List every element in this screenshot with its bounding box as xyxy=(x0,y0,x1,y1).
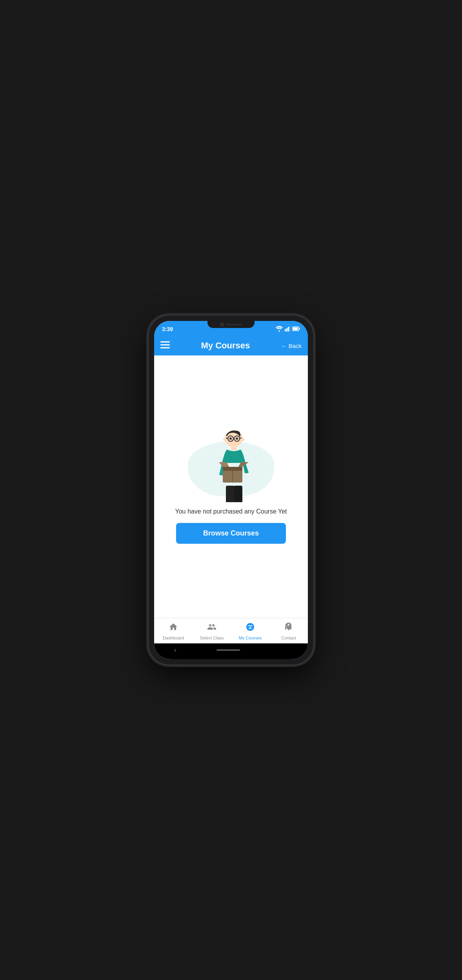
camera-lens xyxy=(220,322,224,326)
dashboard-icon xyxy=(169,622,178,634)
status-time: 3:39 xyxy=(162,326,173,332)
svg-rect-7 xyxy=(293,327,298,330)
page-title: My Courses xyxy=(201,341,250,351)
svg-rect-6 xyxy=(299,328,300,330)
nav-item-dashboard[interactable]: Dashboard xyxy=(154,622,193,640)
back-label: Back xyxy=(289,342,302,349)
gesture-home-bar[interactable] xyxy=(216,649,240,651)
person-illustration xyxy=(206,428,256,502)
camera-bump xyxy=(207,321,255,328)
nav-label-select-class: Select Class xyxy=(200,636,224,640)
svg-rect-2 xyxy=(286,328,287,332)
illustration-container xyxy=(184,430,278,500)
svg-rect-1 xyxy=(285,329,286,332)
gesture-back-icon[interactable]: ‹ xyxy=(174,647,176,654)
nav-label-dashboard: Dashboard xyxy=(163,636,184,640)
back-button[interactable]: ← Back xyxy=(281,342,302,349)
nav-label-contact: Contact xyxy=(281,636,296,640)
bottom-nav: Dashboard Select Class xyxy=(154,618,308,643)
signal-icon xyxy=(285,326,290,333)
browse-courses-button[interactable]: Browse Courses xyxy=(176,523,286,544)
wifi-icon xyxy=(276,326,283,333)
gesture-bar: ‹ xyxy=(154,643,308,659)
main-content: You have not purchased any Course Yet Br… xyxy=(154,355,308,618)
status-icons xyxy=(276,326,300,333)
phone-frame: 3:39 xyxy=(149,315,313,665)
my-courses-icon xyxy=(246,622,255,634)
svg-point-19 xyxy=(223,437,226,441)
svg-rect-25 xyxy=(226,486,235,502)
svg-rect-21 xyxy=(231,446,236,450)
svg-rect-3 xyxy=(288,327,289,332)
back-arrow-icon: ← xyxy=(281,342,287,349)
svg-rect-9 xyxy=(160,344,170,345)
nav-item-select-class[interactable]: Select Class xyxy=(193,622,231,640)
select-class-icon xyxy=(207,622,216,634)
svg-point-0 xyxy=(278,330,280,332)
nav-label-my-courses: My Courses xyxy=(239,636,262,640)
empty-text: You have not purchased any Course Yet xyxy=(175,508,287,515)
svg-rect-4 xyxy=(289,326,290,332)
contact-icon xyxy=(284,622,293,634)
nav-item-my-courses[interactable]: My Courses xyxy=(231,622,269,640)
svg-point-20 xyxy=(241,437,244,441)
svg-rect-26 xyxy=(234,486,242,502)
svg-rect-8 xyxy=(160,341,170,342)
svg-point-18 xyxy=(236,437,238,440)
empty-state: You have not purchased any Course Yet Br… xyxy=(175,430,287,544)
hamburger-menu-icon[interactable] xyxy=(160,341,170,350)
phone-screen: 3:39 xyxy=(154,321,308,659)
svg-rect-10 xyxy=(160,347,170,348)
battery-icon xyxy=(292,326,300,332)
nav-item-contact[interactable]: Contact xyxy=(269,622,308,640)
svg-point-17 xyxy=(229,437,232,440)
app-bar: My Courses ← Back xyxy=(154,336,308,355)
speaker xyxy=(226,324,242,326)
